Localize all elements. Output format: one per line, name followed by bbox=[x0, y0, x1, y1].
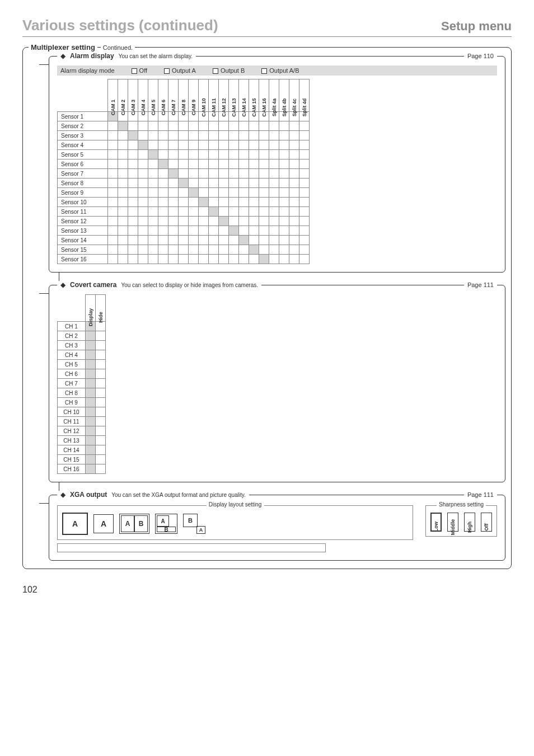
grid-cell[interactable] bbox=[259, 217, 269, 226]
grid-cell[interactable] bbox=[199, 217, 209, 226]
grid-cell[interactable] bbox=[148, 121, 158, 131]
grid-cell[interactable] bbox=[219, 169, 229, 179]
grid-cell[interactable] bbox=[138, 245, 148, 255]
grid-cell[interactable] bbox=[189, 198, 199, 207]
grid-cell[interactable] bbox=[128, 121, 138, 131]
grid-cell[interactable] bbox=[108, 131, 118, 140]
grid-cell[interactable] bbox=[168, 131, 179, 140]
grid-cell[interactable] bbox=[219, 217, 229, 226]
grid-cell[interactable] bbox=[239, 140, 249, 150]
grid-cell[interactable] bbox=[189, 150, 199, 159]
grid-cell[interactable] bbox=[96, 369, 106, 379]
grid-cell[interactable] bbox=[289, 245, 299, 255]
grid-cell[interactable] bbox=[299, 198, 310, 207]
grid-cell[interactable] bbox=[168, 188, 179, 198]
grid-cell[interactable] bbox=[259, 179, 269, 188]
grid-cell[interactable] bbox=[86, 369, 96, 379]
grid-cell[interactable] bbox=[179, 198, 189, 207]
layout-a-only[interactable]: A bbox=[93, 514, 114, 533]
grid-cell[interactable] bbox=[239, 159, 249, 169]
grid-cell[interactable] bbox=[158, 217, 168, 226]
grid-cell[interactable] bbox=[209, 140, 219, 150]
grid-cell[interactable] bbox=[108, 245, 118, 255]
grid-cell[interactable] bbox=[108, 188, 118, 198]
grid-cell[interactable] bbox=[148, 159, 158, 169]
grid-cell[interactable] bbox=[179, 159, 189, 169]
grid-cell[interactable] bbox=[209, 198, 219, 207]
grid-cell[interactable] bbox=[279, 169, 289, 179]
grid-cell[interactable] bbox=[138, 150, 148, 159]
grid-cell[interactable] bbox=[189, 159, 199, 169]
grid-cell[interactable] bbox=[299, 188, 310, 198]
grid-cell[interactable] bbox=[209, 188, 219, 198]
grid-cell[interactable] bbox=[138, 255, 148, 264]
grid-cell[interactable] bbox=[118, 255, 128, 264]
grid-cell[interactable] bbox=[249, 245, 259, 255]
grid-cell[interactable] bbox=[96, 436, 106, 445]
grid-cell[interactable] bbox=[279, 255, 289, 264]
grid-cell[interactable] bbox=[128, 217, 138, 226]
grid-cell[interactable] bbox=[209, 207, 219, 217]
grid-cell[interactable] bbox=[289, 198, 299, 207]
grid-cell[interactable] bbox=[279, 121, 289, 131]
grid-cell[interactable] bbox=[168, 150, 179, 159]
grid-cell[interactable] bbox=[96, 455, 106, 464]
grid-cell[interactable] bbox=[86, 436, 96, 445]
grid-cell[interactable] bbox=[138, 159, 148, 169]
grid-cell[interactable] bbox=[299, 131, 310, 140]
grid-cell[interactable] bbox=[86, 417, 96, 426]
grid-cell[interactable] bbox=[108, 207, 118, 217]
grid-cell[interactable] bbox=[138, 236, 148, 245]
sharp-high[interactable]: High bbox=[464, 513, 475, 532]
grid-cell[interactable] bbox=[249, 188, 259, 198]
grid-cell[interactable] bbox=[279, 188, 289, 198]
grid-cell[interactable] bbox=[96, 407, 106, 417]
grid-cell[interactable] bbox=[138, 169, 148, 179]
grid-cell[interactable] bbox=[249, 150, 259, 159]
grid-cell[interactable] bbox=[269, 179, 279, 188]
grid-cell[interactable] bbox=[108, 159, 118, 169]
grid-cell[interactable] bbox=[168, 226, 179, 236]
grid-cell[interactable] bbox=[259, 198, 269, 207]
grid-cell[interactable] bbox=[199, 255, 209, 264]
grid-cell[interactable] bbox=[118, 188, 128, 198]
grid-cell[interactable] bbox=[138, 179, 148, 188]
grid-cell[interactable] bbox=[269, 121, 279, 131]
grid-cell[interactable] bbox=[168, 169, 179, 179]
grid-cell[interactable] bbox=[209, 159, 219, 169]
grid-cell[interactable] bbox=[279, 131, 289, 140]
grid-cell[interactable] bbox=[199, 121, 209, 131]
grid-cell[interactable] bbox=[289, 207, 299, 217]
grid-cell[interactable] bbox=[239, 131, 249, 140]
grid-cell[interactable] bbox=[249, 255, 259, 264]
layout-b-over-a[interactable]: B A bbox=[183, 514, 205, 534]
grid-cell[interactable] bbox=[259, 188, 269, 198]
grid-cell[interactable] bbox=[239, 226, 249, 236]
grid-cell[interactable] bbox=[128, 179, 138, 188]
grid-cell[interactable] bbox=[259, 207, 269, 217]
grid-cell[interactable] bbox=[86, 407, 96, 417]
grid-cell[interactable] bbox=[209, 236, 219, 245]
grid-cell[interactable] bbox=[229, 140, 239, 150]
grid-cell[interactable] bbox=[239, 150, 249, 159]
grid-cell[interactable] bbox=[108, 169, 118, 179]
grid-cell[interactable] bbox=[128, 169, 138, 179]
grid-cell[interactable] bbox=[229, 245, 239, 255]
grid-cell[interactable] bbox=[86, 341, 96, 350]
grid-cell[interactable] bbox=[289, 159, 299, 169]
grid-cell[interactable] bbox=[189, 226, 199, 236]
grid-cell[interactable] bbox=[299, 159, 310, 169]
grid-cell[interactable] bbox=[179, 131, 189, 140]
grid-cell[interactable] bbox=[158, 255, 168, 264]
grid-cell[interactable] bbox=[158, 150, 168, 159]
grid-cell[interactable] bbox=[128, 245, 138, 255]
grid-cell[interactable] bbox=[289, 188, 299, 198]
grid-cell[interactable] bbox=[128, 236, 138, 245]
grid-cell[interactable] bbox=[96, 445, 106, 455]
grid-cell[interactable] bbox=[168, 140, 179, 150]
grid-cell[interactable] bbox=[269, 140, 279, 150]
grid-cell[interactable] bbox=[209, 121, 219, 131]
grid-cell[interactable] bbox=[249, 207, 259, 217]
grid-cell[interactable] bbox=[269, 198, 279, 207]
grid-cell[interactable] bbox=[179, 207, 189, 217]
